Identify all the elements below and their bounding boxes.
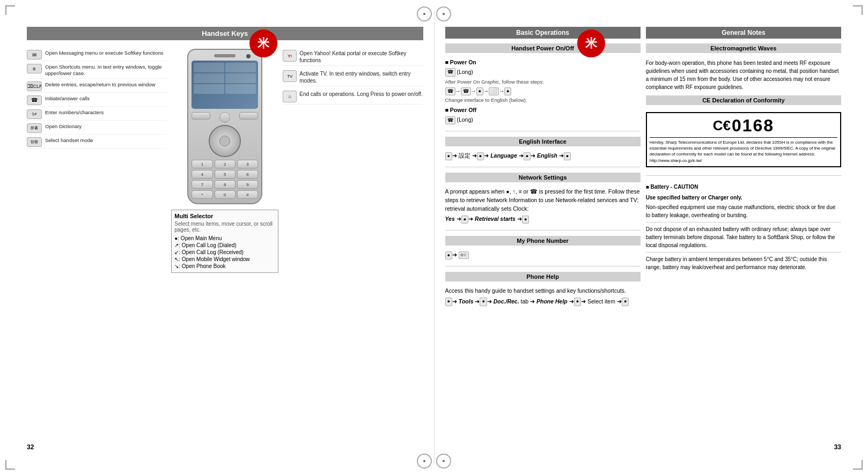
key-4: 4 xyxy=(192,170,212,179)
power-off-label: ■ Power Off xyxy=(445,107,477,113)
key-hash: # xyxy=(237,190,258,199)
call-desc: Initiate/answer calls xyxy=(45,95,90,102)
power-on-long: (Long) xyxy=(457,69,473,75)
shortcuts-desc: Open Shortcuts menu. In text entry windo… xyxy=(45,64,167,77)
annotation-row-messaging: ✉ Open Messaging menu or execute Softkey… xyxy=(27,49,167,61)
battery-title: ■ Battery - CAUTION xyxy=(646,183,841,191)
network-steps: Yes ➜●➜ Retrieval starts ➜● xyxy=(445,215,641,224)
red-circle-icon-left: 米 xyxy=(249,29,277,57)
tv-desc: Activate TV. In text entry windows, swit… xyxy=(299,70,423,84)
ms-item-0: ●: Open Main Menu xyxy=(174,235,275,242)
english-subheader: English Interface xyxy=(445,137,641,146)
multi-selector-items: ●: Open Main Menu ↗: Open Call Log (Dial… xyxy=(174,235,275,270)
dictionary-desc: Open Dictionary xyxy=(45,123,82,130)
tv-icon: TV xyxy=(283,70,297,82)
ms-item-2: ↙: Open Call Log (Received) xyxy=(174,249,275,256)
phone-illustration: 1 2 3 4 5 6 7 8 9 * 0 # xyxy=(171,49,278,278)
ce-number: 0168 xyxy=(732,116,774,136)
battery-section: ■ Battery - CAUTION Use specified batter… xyxy=(646,181,841,273)
numbers-desc: Enter numbers/characters xyxy=(45,109,104,116)
english-section: ●➜ 設定 ➜●➜ Language ➜●➜ English ➜● xyxy=(445,151,641,161)
key-0: 0 xyxy=(215,190,236,199)
nav-ring xyxy=(209,125,241,157)
annotation-row-numbers: 1# Enter numbers/characters xyxy=(27,108,167,121)
key-1: 1 xyxy=(192,160,212,168)
power-off-icon: ☎ xyxy=(445,116,455,125)
em-waves-text: For body-worn operation, this phone has … xyxy=(646,57,841,93)
action-row-tv: TV Activate TV. In text entry windows, s… xyxy=(283,70,423,86)
network-section: A prompt appears when ●, ↑, ≡ or ☎ is pr… xyxy=(445,187,641,225)
phone-num-section: ●➜ 0☆ xyxy=(445,250,641,261)
yahoo-icon: Y! xyxy=(283,50,297,62)
phone-help-desc: Access this handy guide to handset setti… xyxy=(445,287,641,295)
softkey-middle xyxy=(219,112,230,123)
page: 米 米 Handset Keys ✉ Open Messaging menu o… xyxy=(0,0,868,475)
mode-desc: Select handset mode xyxy=(45,137,93,144)
page-left: Handset Keys ✉ Open Messaging menu or ex… xyxy=(11,11,435,464)
network-desc: A prompt appears when ●, ↑, ≡ or ☎ is pr… xyxy=(445,188,641,213)
annotation-row-dictionary: 辞書 Open Dictionary xyxy=(27,122,167,135)
end-desc: End calls or operations. Long Press to p… xyxy=(299,91,422,98)
phone-help-steps: ●➜ Tools ➜●➜ Doc./Rec. tab ➜ Phone Help … xyxy=(445,298,641,306)
power-on-change: Change interface to English (below). xyxy=(445,97,641,104)
key-8: 8 xyxy=(215,180,236,189)
messaging-desc: Open Messaging menu or execute Softkey f… xyxy=(45,50,163,56)
basic-ops-header: Basic Operations xyxy=(445,27,641,39)
key-3: 3 xyxy=(237,160,258,168)
annotation-row-call: ☎ Initiate/answer calls xyxy=(27,94,167,107)
softkey-left xyxy=(192,112,210,120)
ce-small-text: Hereby, Sharp Telecommunications of Euro… xyxy=(650,137,837,164)
ms-item-4: ↘: Open Phone Book xyxy=(174,263,275,270)
power-off-long: (Long) xyxy=(457,116,473,123)
keypad-grid: 1 2 3 4 5 6 7 8 9 * 0 # xyxy=(192,160,258,199)
multi-selector-title: Multi Selector xyxy=(174,213,275,219)
page-right: Basic Operations Handset Power On/Off ■ … xyxy=(435,11,858,464)
end-icon: ⌂ xyxy=(283,91,297,102)
phone-body: 1 2 3 4 5 6 7 8 9 * 0 # xyxy=(187,49,262,204)
ce-mark-row: C€ 0168 xyxy=(650,116,837,136)
key-9: 9 xyxy=(237,180,258,189)
power-on-note: After Power On Graphic, follow these ste… xyxy=(445,78,641,86)
basic-operations-panel: Basic Operations Handset Power On/Off ■ … xyxy=(445,27,641,448)
ms-item-3: ↖: Open Mobile Widget window xyxy=(174,256,275,263)
general-notes-panel: General Notes Electromagnetic Waves For … xyxy=(646,27,841,448)
page-number-left: 32 xyxy=(27,443,34,451)
phone-help-subheader: Phone Help xyxy=(445,272,641,281)
softkey-right xyxy=(239,112,258,120)
left-content: ✉ Open Messaging menu or execute Softkey… xyxy=(27,49,423,278)
handset-keys-title: Handset Keys xyxy=(202,29,248,38)
key-7: 7 xyxy=(192,180,212,189)
general-notes-header: General Notes xyxy=(646,27,841,39)
multi-selector-desc: Select menu items, move cursor, or scrol… xyxy=(174,221,275,233)
em-waves-desc: For body-worn operation, this phone has … xyxy=(646,59,841,91)
power-subheader: Handset Power On/Off xyxy=(445,43,641,53)
right-actions: Y! Open Yahoo! Keitai portal or execute … xyxy=(283,49,423,278)
yahoo-desc: Open Yahoo! Keitai portal or execute Sof… xyxy=(299,50,423,64)
phone-help-section: Access this handy guide to handset setti… xyxy=(445,286,641,307)
multi-selector-box: Multi Selector Select menu items, move c… xyxy=(171,210,278,273)
phone-speaker xyxy=(214,54,236,57)
em-waves-subheader: Electromagnetic Waves xyxy=(646,43,841,53)
messaging-icon: ✉ xyxy=(27,50,42,60)
delete-icon: ⌫CLR xyxy=(27,81,42,91)
nav-center-btn xyxy=(219,136,230,146)
phone-num-steps: ●➜ 0☆ xyxy=(445,251,641,259)
key-2: 2 xyxy=(215,160,236,168)
english-steps: ●➜ 設定 ➜●➜ Language ➜●➜ English ➜● xyxy=(445,152,641,160)
battery-item1-text: Non-specified equipment use may cause ma… xyxy=(646,203,841,219)
ms-item-1: ↗: Open Call Log (Dialed) xyxy=(174,242,275,249)
annotation-row-delete: ⌫CLR Delete entries, escape/return to pr… xyxy=(27,80,167,93)
battery-item3-text: Charge battery in ambient temperatures b… xyxy=(646,255,841,271)
handset-keys-header: Handset Keys xyxy=(27,27,423,40)
ce-declaration-subheader: CE Declaration of Conformity xyxy=(646,95,841,105)
red-circle-icon-right: 米 xyxy=(577,29,605,57)
key-star: * xyxy=(192,190,212,199)
power-on-icon: ☎ xyxy=(445,68,455,77)
key-6: 6 xyxy=(237,170,258,179)
battery-item2-text: Do not dispose of an exhausted battery w… xyxy=(646,225,841,249)
delete-desc: Delete entries, escape/return to previou… xyxy=(45,81,155,88)
call-icon: ☎ xyxy=(27,95,42,105)
action-row-end: ⌂ End calls or operations. Long Press to… xyxy=(283,91,423,105)
annotation-row-shortcuts: ≡ Open Shortcuts menu. In text entry win… xyxy=(27,63,167,79)
spread: Handset Keys ✉ Open Messaging menu or ex… xyxy=(11,11,857,464)
